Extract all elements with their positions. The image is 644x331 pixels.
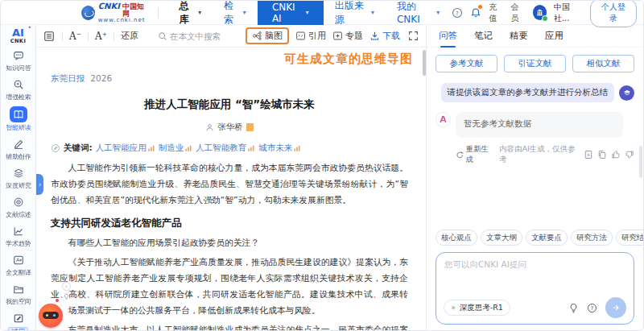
help-icon[interactable]: ? [451, 6, 463, 19]
open-book-icon [10, 106, 27, 122]
notifications-bell-icon[interactable] [470, 6, 482, 19]
thumbs-up-icon[interactable] [611, 150, 621, 159]
ai-disclaimer: 内容由AI生成，仅供参考 [499, 144, 580, 165]
mindmap-button[interactable]: 脑图 [246, 27, 289, 44]
copy-icon[interactable] [597, 150, 607, 159]
in-document-search[interactable] [158, 31, 239, 41]
send-button[interactable] [605, 297, 626, 318]
export-icon[interactable] [584, 150, 593, 159]
sidebar-item-academic-trends[interactable]: 学术趋势 [1, 224, 35, 249]
search-input[interactable] [170, 31, 239, 41]
cite-button[interactable]: 引用 [295, 30, 326, 42]
caret-down-icon: ▾ [198, 9, 201, 16]
tab-notes[interactable]: 笔记 [474, 25, 493, 48]
keyword-link[interactable]: 城市未来 [258, 143, 301, 154]
sidebar-item-knowledge-qa[interactable]: 知识问答 [1, 48, 35, 73]
font-increase-button[interactable]: A⁺ [95, 31, 107, 42]
nav-item-my-cnki[interactable]: 我的CNKI▾ [386, 1, 451, 25]
trial-entry[interactable]: 试用 [8, 311, 28, 331]
main-menu: 总库▾ 检索▾ CNKI AI▾ 出版来源▾ 我的CNKI▾ [167, 1, 451, 25]
fullscreen-icon[interactable] [407, 30, 419, 43]
sidebar-item-full-translation[interactable]: A 全文翻译 [1, 253, 35, 278]
keywords-pencil-icon [51, 143, 60, 153]
thumbs-down-icon[interactable] [625, 150, 634, 159]
ai-cnki-logo: AI CNKI [10, 27, 27, 44]
reset-view-button[interactable]: 还原 [121, 30, 138, 42]
author-row: 张华桥 [51, 122, 408, 133]
chip-core-points[interactable]: 核心观点 [436, 230, 477, 246]
nav-item-zongku[interactable]: 总库▾ [167, 1, 213, 25]
mascot-collapse-button[interactable]: ‹ [62, 282, 71, 291]
font-decrease-button[interactable]: A⁻ [69, 31, 81, 42]
org-name[interactable]: 中国社... [554, 2, 583, 24]
tab-essentials[interactable]: 精要 [510, 25, 528, 48]
divider [114, 31, 114, 41]
sidebar-item-smart-reading[interactable]: 智能研读 [1, 106, 35, 133]
help-circle-icon[interactable]: ? [587, 303, 597, 313]
sidebar-item-my-space[interactable]: 我的空间 [1, 282, 35, 307]
brand-site: www.cnki.net [98, 18, 148, 23]
svg-text:A: A [16, 257, 20, 263]
topic-button[interactable]: 专题 [332, 30, 363, 42]
article-title: 推进人工智能应用 “智”绘城市未来 [51, 97, 408, 112]
cnki-logo[interactable]: CNKI 中国知网 www.cnki.net [81, 2, 148, 23]
chip-literature-points[interactable]: 文献要点 [526, 230, 568, 246]
chip-research-conclusions[interactable]: 研究结论 [616, 230, 643, 246]
regenerate-button[interactable]: 重新生成 [456, 144, 495, 165]
similar-docs-button[interactable]: 相似文献 [572, 55, 634, 72]
sidebar-item-deep-research[interactable]: 深度研究 [1, 166, 35, 191]
add-topic-icon [332, 31, 343, 41]
citations-button[interactable]: 引证文献 [504, 55, 566, 72]
paragraph: 人工智能作为引领新一轮科技革命的核心力量，成为本届东莞两会市政协委员热议话题。市… [51, 160, 408, 209]
document-viewer[interactable]: 可生成文章的思维导图 东莞日报 2026 推进人工智能应用 “智”绘城市未来 张… [36, 48, 426, 331]
caret-down-icon: ▾ [243, 9, 246, 16]
source-link[interactable]: 东莞日报 [51, 73, 85, 83]
tab-apps[interactable]: 应用 [545, 25, 564, 48]
nav-item-search[interactable]: 检索▾ [213, 1, 258, 25]
assistant-scrollbar-thumb[interactable] [639, 146, 642, 178]
inspiration-bulb-icon[interactable] [568, 303, 579, 313]
author-profile-icon[interactable] [246, 123, 254, 131]
keyword-trend-icon [293, 144, 301, 152]
user-message-bubble: 请提供该篇文章的参考文献并进行分析总结 [441, 83, 615, 102]
assistant-mascot[interactable] [39, 304, 63, 328]
main-area: AI CNKI 知识问答 增强检索 智能研读 辅助创作 深度研究 [1, 25, 643, 331]
tab-qa[interactable]: 问答 [439, 25, 457, 48]
org-avatar[interactable] [533, 5, 547, 20]
search-icon [158, 31, 167, 41]
personal-login-button[interactable]: 个人登录 [590, 0, 637, 27]
sidebar-item-enhanced-search[interactable]: 增强检索 [1, 77, 35, 102]
keyword-link[interactable]: 制造业 [159, 143, 193, 154]
sidebar-expand-handle[interactable]: › [36, 174, 43, 195]
chip-research-methods[interactable]: 研究方法 [571, 230, 613, 246]
scrollbar-thumb[interactable] [423, 50, 426, 76]
model-selector[interactable]: ✳ 深度思考-R1 [444, 300, 510, 316]
keywords-row: 关键词: 人工智能应用 制造业 人工智能教育 城市未来 [51, 143, 408, 154]
sidebar-item-literature-review[interactable]: 文献综述 [1, 195, 35, 220]
download-button[interactable]: 下载 [369, 30, 400, 42]
document-column: A⁻ A⁺ 还原 脑图 引用 专 [36, 25, 426, 331]
author-name[interactable]: 张华桥 [217, 122, 243, 133]
paragraph: 有哪些人工智能的应用场景引起政协委员的关注？ [51, 235, 408, 251]
keyword-link[interactable]: 人工智能应用 [96, 143, 155, 154]
ask-input-box[interactable]: ✳ 深度思考-R1 ? [436, 252, 634, 325]
magnifier-icon [10, 77, 27, 92]
svg-text:?: ? [591, 304, 593, 311]
pencil-icon [10, 137, 27, 151]
bulb-icon [63, 293, 70, 300]
edit-square-icon [10, 311, 27, 325]
outline-toc-icon[interactable] [43, 30, 56, 43]
nav-item-sources[interactable]: 出版来源▾ [324, 1, 386, 25]
ask-input[interactable] [444, 259, 625, 290]
nav-item-cnki-ai[interactable]: CNKI AI▾ [258, 1, 324, 25]
trial-badge: 试用 [8, 327, 28, 331]
top-navbar: CNKI 中国知网 www.cnki.net 总库▾ 检索▾ CNKI AI▾ … [1, 1, 643, 25]
keyword-link[interactable]: 人工智能教育 [196, 143, 255, 154]
member-link[interactable]: 会员 [511, 2, 526, 24]
chip-article-outline[interactable]: 文章大纲 [481, 230, 522, 246]
mascot-antenna [56, 299, 59, 302]
recharge-link[interactable]: 充值 [489, 2, 503, 24]
caret-down-icon: ▾ [306, 9, 309, 16]
sidebar-item-writing-assist[interactable]: 辅助创作 [1, 137, 35, 162]
references-button[interactable]: 参考文献 [436, 55, 497, 72]
